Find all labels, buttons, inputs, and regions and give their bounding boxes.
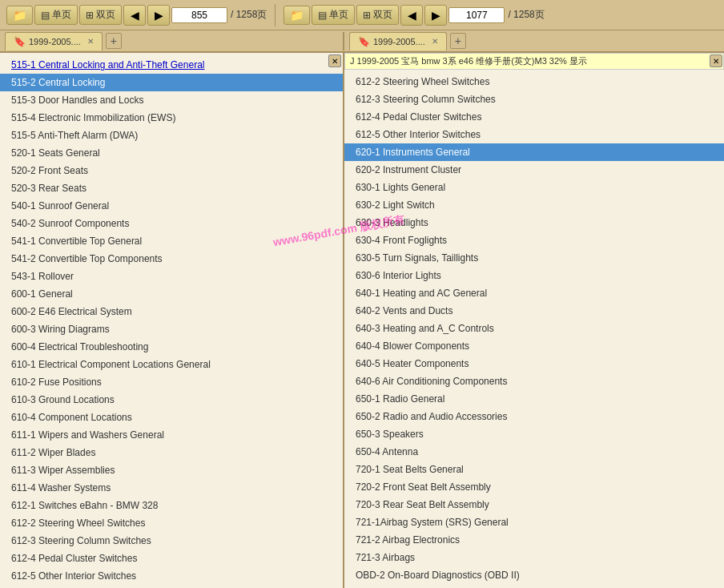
- list-item[interactable]: 612-5 Other Interior Switches: [344, 126, 724, 143]
- list-item[interactable]: 541-2 Convertible Top Components: [0, 250, 343, 268]
- list-item[interactable]: 600-1 General: [0, 285, 343, 303]
- list-item[interactable]: 720-2 Front Seat Belt Assembly: [344, 478, 724, 496]
- list-item[interactable]: 515-5 Anti-Theft Alarm (DWA): [0, 127, 343, 144]
- forward-right-button[interactable]: ▶: [424, 5, 447, 26]
- left-panel-scroll[interactable]: 515-1 Central Locking and Anti-Theft Gen…: [0, 53, 343, 588]
- list-item[interactable]: 640-5 Heater Components: [344, 355, 724, 373]
- tooltip-bar: J 1999-2005 宝马 bmw 3系 e46 维修手册(英文)M3 32%…: [344, 53, 724, 70]
- list-item[interactable]: 640-3 Heating and A_C Controls: [344, 320, 724, 337]
- right-tab-new-button[interactable]: +: [450, 33, 466, 49]
- list-item[interactable]: 540-2 Sunroof Components: [0, 215, 343, 232]
- right-tab-icon: 🔖: [358, 36, 370, 47]
- page-input-left[interactable]: [171, 7, 227, 23]
- list-item[interactable]: 630-5 Turn Signals, Taillights: [344, 249, 724, 267]
- open-folder-left-button[interactable]: 📁: [6, 6, 33, 25]
- toolbar-divider: [275, 4, 276, 26]
- page-input-right[interactable]: [448, 7, 505, 23]
- main-content: ✕ 515-1 Central Locking and Anti-Theft G…: [0, 53, 724, 588]
- single-page-left-label: 单页: [52, 8, 71, 22]
- list-item[interactable]: 630-2 Light Switch: [344, 196, 724, 214]
- list-item[interactable]: 630-1 Lights General: [344, 179, 724, 196]
- list-item[interactable]: 610-3 Ground Locations: [0, 391, 343, 409]
- left-tab-new-button[interactable]: +: [106, 33, 122, 49]
- right-tab-container: 🔖 1999-2005.... ✕ +: [344, 32, 724, 50]
- list-item[interactable]: 612-1 Switches eBahn - BMW 328: [0, 497, 343, 514]
- right-tab[interactable]: 🔖 1999-2005.... ✕: [349, 32, 447, 50]
- list-item[interactable]: 610-4 Component Locations: [0, 409, 343, 426]
- list-item[interactable]: 630-6 Interior Lights: [344, 267, 724, 284]
- list-item[interactable]: 640-6 Air Conditioning Components: [344, 373, 724, 390]
- list-item[interactable]: 610-1 Electrical Component Locations Gen…: [0, 356, 343, 373]
- right-panel-close-button[interactable]: ✕: [710, 54, 722, 67]
- list-item[interactable]: 650-2 Radio and Audio Accessories: [344, 408, 724, 425]
- list-item[interactable]: OBD-2 On-Board Diagnostics (OBD II): [344, 566, 724, 584]
- open-folder-right-button[interactable]: 📁: [284, 6, 310, 25]
- list-item[interactable]: 612-5 Other Interior Switches: [0, 567, 343, 585]
- list-item[interactable]: 612-4 Pedal Cluster Switches: [344, 108, 724, 126]
- page-total-left: / 1258页: [231, 8, 267, 22]
- list-item[interactable]: 630-3 Headlights: [344, 214, 724, 232]
- forward-left-button[interactable]: ▶: [147, 5, 170, 26]
- single-page-left-icon: ▤: [41, 10, 50, 21]
- list-item[interactable]: 620-1 Instruments General: [344, 143, 724, 161]
- left-tab[interactable]: 🔖 1999-2005.... ✕: [5, 32, 103, 50]
- list-item[interactable]: 515-4 Electronic Immobilization (EWS): [0, 109, 343, 127]
- list-item[interactable]: 720-3 Rear Seat Belt Assembly: [344, 496, 724, 513]
- list-item[interactable]: 520-3 Rear Seats: [0, 179, 343, 197]
- list-item[interactable]: 540-1 Sunroof General: [0, 197, 343, 215]
- back-left-button[interactable]: ◀: [123, 5, 146, 26]
- list-item[interactable]: 611-4 Washer Systems: [0, 479, 343, 497]
- list-item[interactable]: 650-4 Antenna: [344, 443, 724, 461]
- list-item[interactable]: 600-2 E46 Electrical System: [0, 303, 343, 320]
- left-panel-close-button[interactable]: ✕: [328, 54, 341, 67]
- list-item[interactable]: 520-1 Seats General: [0, 144, 343, 162]
- list-item[interactable]: 612-3 Steering Column Switches: [0, 532, 343, 550]
- list-item[interactable]: OBD-3 BMW Fault Codes (DTCs): [344, 584, 724, 588]
- list-item[interactable]: 520-2 Front Seats: [0, 162, 343, 179]
- back-right-button[interactable]: ◀: [400, 5, 423, 26]
- list-item[interactable]: 620-2 Instrument Cluster: [344, 161, 724, 179]
- list-item[interactable]: 612-2 Steering Wheel Switches: [344, 73, 724, 91]
- list-item[interactable]: 610-2 Fuse Positions: [0, 373, 343, 391]
- list-item[interactable]: 612-4 Pedal Cluster Switches: [0, 550, 343, 567]
- right-tab-close-icon[interactable]: ✕: [432, 37, 438, 46]
- folder-icon: 📁: [13, 9, 26, 22]
- list-item[interactable]: 515-3 Door Handles and Locks: [0, 91, 343, 109]
- list-item[interactable]: 620-1 Instruments General: [0, 585, 343, 588]
- right-tab-title: 1999-2005....: [373, 37, 425, 46]
- left-tab-title: 1999-2005....: [29, 37, 81, 46]
- toolbar-left-section: 📁 ▤ 单页 ⊞ 双页 ◀ ▶ / 1258页: [3, 5, 270, 26]
- dual-page-left-icon: ⊞: [86, 10, 94, 21]
- list-item[interactable]: 721-2 Airbag Electronics: [344, 531, 724, 549]
- list-item[interactable]: 611-3 Wiper Assemblies: [0, 461, 343, 479]
- dual-page-left-button[interactable]: ⊞ 双页: [79, 5, 122, 25]
- list-item[interactable]: 600-3 Wiring Diagrams: [0, 320, 343, 338]
- list-item[interactable]: 611-1 Wipers and Washers General: [0, 426, 343, 444]
- list-item[interactable]: 721-1Airbag System (SRS) General: [344, 513, 724, 531]
- list-item[interactable]: 515-1 Central Locking and Anti-Theft Gen…: [0, 56, 343, 74]
- tooltip-text: J 1999-2005 宝马 bmw 3系 e46 维修手册(英文)M3 32%…: [350, 56, 587, 66]
- single-page-right-button[interactable]: ▤ 单页: [312, 5, 355, 25]
- list-item[interactable]: 541-1 Convertible Top General: [0, 232, 343, 250]
- right-panel: J 1999-2005 宝马 bmw 3系 e46 维修手册(英文)M3 32%…: [344, 53, 724, 588]
- list-item[interactable]: 543-1 Rollover: [0, 268, 343, 285]
- list-item[interactable]: 630-4 Front Foglights: [344, 232, 724, 249]
- single-page-left-button[interactable]: ▤ 单页: [34, 5, 78, 25]
- list-item[interactable]: 612-3 Steering Column Switches: [344, 91, 724, 108]
- list-item[interactable]: 611-2 Wiper Blades: [0, 444, 343, 461]
- list-item[interactable]: 650-1 Radio General: [344, 390, 724, 408]
- list-item[interactable]: 640-2 Vents and Ducts: [344, 302, 724, 320]
- list-item[interactable]: 515-2 Central Locking: [0, 74, 343, 91]
- list-item[interactable]: 612-2 Steering Wheel Switches: [0, 514, 343, 532]
- list-item[interactable]: 650-3 Speakers: [344, 425, 724, 443]
- dual-page-right-button[interactable]: ⊞ 双页: [356, 5, 399, 25]
- list-item[interactable]: 640-4 Blower Components: [344, 337, 724, 355]
- right-panel-scroll[interactable]: 612-2 Steering Wheel Switches612-3 Steer…: [344, 70, 724, 588]
- list-item[interactable]: 720-1 Seat Belts General: [344, 461, 724, 478]
- toolbar-right-section: 📁 ▤ 单页 ⊞ 双页 ◀ ▶ / 1258页: [280, 5, 547, 26]
- list-item[interactable]: 721-3 Airbags: [344, 549, 724, 566]
- left-tab-close-icon[interactable]: ✕: [87, 37, 94, 46]
- tab-bar: 🔖 1999-2005.... ✕ + 🔖 1999-2005.... ✕ +: [0, 30, 724, 53]
- list-item[interactable]: 640-1 Heating and AC General: [344, 284, 724, 302]
- list-item[interactable]: 600-4 Electrical Troubleshooting: [0, 338, 343, 356]
